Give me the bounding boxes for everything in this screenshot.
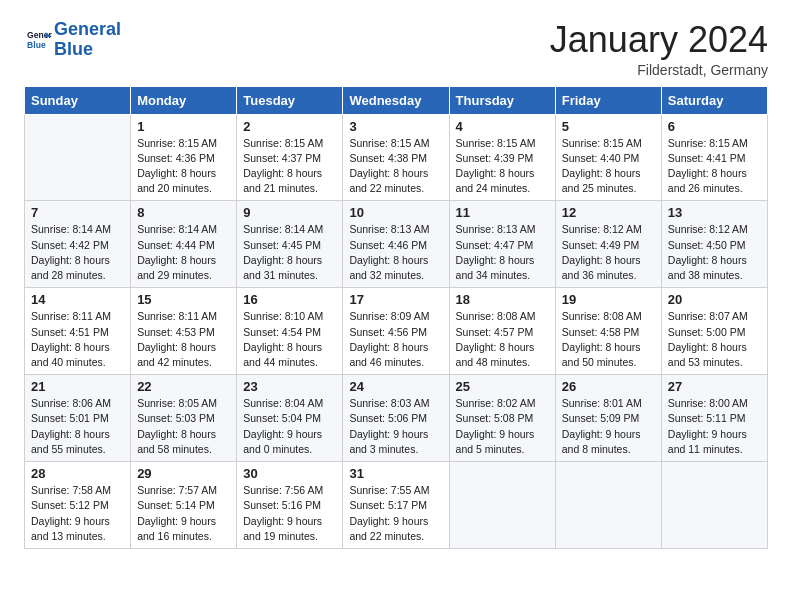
calendar-cell: 21Sunrise: 8:06 AMSunset: 5:01 PMDayligh… (25, 375, 131, 462)
day-number: 31 (349, 466, 442, 481)
cell-info: Sunrise: 8:06 AMSunset: 5:01 PMDaylight:… (31, 396, 124, 457)
cell-info: Sunrise: 8:11 AMSunset: 4:53 PMDaylight:… (137, 309, 230, 370)
calendar-cell: 3Sunrise: 8:15 AMSunset: 4:38 PMDaylight… (343, 114, 449, 201)
weekday-header-saturday: Saturday (661, 86, 767, 114)
day-number: 21 (31, 379, 124, 394)
cell-info: Sunrise: 8:12 AMSunset: 4:49 PMDaylight:… (562, 222, 655, 283)
day-number: 20 (668, 292, 761, 307)
calendar-cell: 11Sunrise: 8:13 AMSunset: 4:47 PMDayligh… (449, 201, 555, 288)
day-number: 27 (668, 379, 761, 394)
calendar-cell: 14Sunrise: 8:11 AMSunset: 4:51 PMDayligh… (25, 288, 131, 375)
calendar-cell: 5Sunrise: 8:15 AMSunset: 4:40 PMDaylight… (555, 114, 661, 201)
cell-info: Sunrise: 7:58 AMSunset: 5:12 PMDaylight:… (31, 483, 124, 544)
day-number: 1 (137, 119, 230, 134)
cell-info: Sunrise: 8:02 AMSunset: 5:08 PMDaylight:… (456, 396, 549, 457)
calendar-cell: 13Sunrise: 8:12 AMSunset: 4:50 PMDayligh… (661, 201, 767, 288)
calendar-cell: 18Sunrise: 8:08 AMSunset: 4:57 PMDayligh… (449, 288, 555, 375)
day-number: 13 (668, 205, 761, 220)
day-number: 18 (456, 292, 549, 307)
cell-info: Sunrise: 8:15 AMSunset: 4:38 PMDaylight:… (349, 136, 442, 197)
title-block: January 2024 Filderstadt, Germany (550, 20, 768, 78)
cell-info: Sunrise: 8:14 AMSunset: 4:42 PMDaylight:… (31, 222, 124, 283)
cell-info: Sunrise: 7:55 AMSunset: 5:17 PMDaylight:… (349, 483, 442, 544)
day-number: 19 (562, 292, 655, 307)
cell-info: Sunrise: 8:08 AMSunset: 4:58 PMDaylight:… (562, 309, 655, 370)
weekday-header-friday: Friday (555, 86, 661, 114)
calendar-cell (555, 462, 661, 549)
calendar-cell: 12Sunrise: 8:12 AMSunset: 4:49 PMDayligh… (555, 201, 661, 288)
calendar-cell: 1Sunrise: 8:15 AMSunset: 4:36 PMDaylight… (131, 114, 237, 201)
calendar-cell (449, 462, 555, 549)
day-number: 3 (349, 119, 442, 134)
calendar-cell: 16Sunrise: 8:10 AMSunset: 4:54 PMDayligh… (237, 288, 343, 375)
day-number: 30 (243, 466, 336, 481)
day-number: 8 (137, 205, 230, 220)
calendar-cell: 10Sunrise: 8:13 AMSunset: 4:46 PMDayligh… (343, 201, 449, 288)
day-number: 23 (243, 379, 336, 394)
calendar-cell: 15Sunrise: 8:11 AMSunset: 4:53 PMDayligh… (131, 288, 237, 375)
svg-text:Blue: Blue (27, 40, 46, 50)
day-number: 26 (562, 379, 655, 394)
cell-info: Sunrise: 8:00 AMSunset: 5:11 PMDaylight:… (668, 396, 761, 457)
cell-info: Sunrise: 8:14 AMSunset: 4:44 PMDaylight:… (137, 222, 230, 283)
cell-info: Sunrise: 8:10 AMSunset: 4:54 PMDaylight:… (243, 309, 336, 370)
calendar-cell: 28Sunrise: 7:58 AMSunset: 5:12 PMDayligh… (25, 462, 131, 549)
weekday-header-wednesday: Wednesday (343, 86, 449, 114)
calendar-cell: 29Sunrise: 7:57 AMSunset: 5:14 PMDayligh… (131, 462, 237, 549)
calendar-cell: 4Sunrise: 8:15 AMSunset: 4:39 PMDaylight… (449, 114, 555, 201)
cell-info: Sunrise: 8:12 AMSunset: 4:50 PMDaylight:… (668, 222, 761, 283)
day-number: 29 (137, 466, 230, 481)
calendar-cell: 9Sunrise: 8:14 AMSunset: 4:45 PMDaylight… (237, 201, 343, 288)
cell-info: Sunrise: 7:57 AMSunset: 5:14 PMDaylight:… (137, 483, 230, 544)
cell-info: Sunrise: 8:04 AMSunset: 5:04 PMDaylight:… (243, 396, 336, 457)
day-number: 10 (349, 205, 442, 220)
day-number: 14 (31, 292, 124, 307)
day-number: 4 (456, 119, 549, 134)
calendar-cell: 22Sunrise: 8:05 AMSunset: 5:03 PMDayligh… (131, 375, 237, 462)
cell-info: Sunrise: 8:15 AMSunset: 4:37 PMDaylight:… (243, 136, 336, 197)
cell-info: Sunrise: 8:03 AMSunset: 5:06 PMDaylight:… (349, 396, 442, 457)
page-header: General Blue GeneralBlue January 2024 Fi… (24, 20, 768, 78)
cell-info: Sunrise: 8:15 AMSunset: 4:40 PMDaylight:… (562, 136, 655, 197)
day-number: 7 (31, 205, 124, 220)
calendar-cell: 7Sunrise: 8:14 AMSunset: 4:42 PMDaylight… (25, 201, 131, 288)
weekday-header-monday: Monday (131, 86, 237, 114)
cell-info: Sunrise: 8:08 AMSunset: 4:57 PMDaylight:… (456, 309, 549, 370)
cell-info: Sunrise: 8:07 AMSunset: 5:00 PMDaylight:… (668, 309, 761, 370)
calendar-cell: 25Sunrise: 8:02 AMSunset: 5:08 PMDayligh… (449, 375, 555, 462)
location: Filderstadt, Germany (550, 62, 768, 78)
cell-info: Sunrise: 8:13 AMSunset: 4:47 PMDaylight:… (456, 222, 549, 283)
day-number: 2 (243, 119, 336, 134)
calendar-cell: 19Sunrise: 8:08 AMSunset: 4:58 PMDayligh… (555, 288, 661, 375)
calendar-cell: 30Sunrise: 7:56 AMSunset: 5:16 PMDayligh… (237, 462, 343, 549)
logo-text: GeneralBlue (54, 20, 121, 60)
month-title: January 2024 (550, 20, 768, 60)
cell-info: Sunrise: 8:15 AMSunset: 4:39 PMDaylight:… (456, 136, 549, 197)
calendar-cell: 26Sunrise: 8:01 AMSunset: 5:09 PMDayligh… (555, 375, 661, 462)
calendar-cell: 17Sunrise: 8:09 AMSunset: 4:56 PMDayligh… (343, 288, 449, 375)
day-number: 15 (137, 292, 230, 307)
cell-info: Sunrise: 8:01 AMSunset: 5:09 PMDaylight:… (562, 396, 655, 457)
day-number: 5 (562, 119, 655, 134)
calendar-cell: 8Sunrise: 8:14 AMSunset: 4:44 PMDaylight… (131, 201, 237, 288)
day-number: 22 (137, 379, 230, 394)
day-number: 9 (243, 205, 336, 220)
cell-info: Sunrise: 8:15 AMSunset: 4:36 PMDaylight:… (137, 136, 230, 197)
cell-info: Sunrise: 8:09 AMSunset: 4:56 PMDaylight:… (349, 309, 442, 370)
day-number: 24 (349, 379, 442, 394)
day-number: 16 (243, 292, 336, 307)
weekday-header-thursday: Thursday (449, 86, 555, 114)
calendar-cell: 2Sunrise: 8:15 AMSunset: 4:37 PMDaylight… (237, 114, 343, 201)
calendar-cell: 27Sunrise: 8:00 AMSunset: 5:11 PMDayligh… (661, 375, 767, 462)
calendar-cell (661, 462, 767, 549)
cell-info: Sunrise: 8:05 AMSunset: 5:03 PMDaylight:… (137, 396, 230, 457)
cell-info: Sunrise: 7:56 AMSunset: 5:16 PMDaylight:… (243, 483, 336, 544)
calendar-cell: 31Sunrise: 7:55 AMSunset: 5:17 PMDayligh… (343, 462, 449, 549)
day-number: 28 (31, 466, 124, 481)
cell-info: Sunrise: 8:11 AMSunset: 4:51 PMDaylight:… (31, 309, 124, 370)
day-number: 25 (456, 379, 549, 394)
weekday-header-sunday: Sunday (25, 86, 131, 114)
calendar-cell (25, 114, 131, 201)
cell-info: Sunrise: 8:13 AMSunset: 4:46 PMDaylight:… (349, 222, 442, 283)
calendar-cell: 23Sunrise: 8:04 AMSunset: 5:04 PMDayligh… (237, 375, 343, 462)
